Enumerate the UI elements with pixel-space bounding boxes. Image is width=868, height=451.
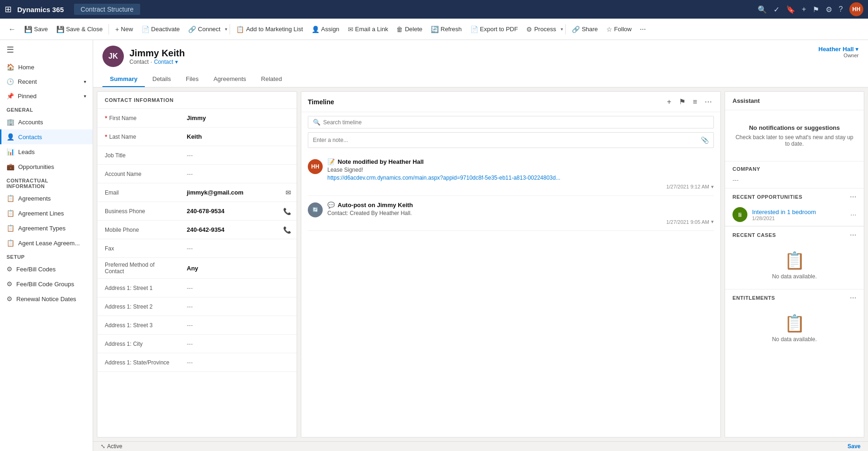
sidebar-item-pinned[interactable]: 📌 Pinned ▾ — [0, 89, 93, 103]
delete-button[interactable]: 🗑 Delete — [393, 24, 426, 35]
sidebar-item-fee-bill-code-groups[interactable]: ⚙ Fee/Bill Code Groups — [0, 276, 93, 291]
recent-icon: 🕒 — [7, 78, 14, 85]
follow-button[interactable]: ☆ Follow — [603, 24, 636, 35]
agreement-types-icon: 📋 — [7, 224, 14, 232]
job-title-value[interactable]: --- — [181, 148, 297, 162]
phone-action-icon[interactable]: 📞 — [283, 208, 291, 215]
first-name-value[interactable]: Jimmy — [181, 111, 297, 125]
opportunity-more-icon[interactable]: ⋯ — [850, 211, 856, 218]
recent-cases-more[interactable]: ⋯ — [850, 231, 856, 239]
address1-city-value[interactable]: --- — [181, 337, 297, 351]
tab-summary[interactable]: Summary — [102, 72, 145, 87]
address1-state-value[interactable]: --- — [181, 355, 297, 370]
add-marketing-button[interactable]: 📋 Add to Marketing List — [232, 24, 306, 35]
last-name-value[interactable]: Keith — [181, 129, 297, 144]
business-phone-label: Business Phone — [97, 204, 181, 218]
sidebar-item-recent[interactable]: 🕒 Recent ▾ — [0, 74, 93, 89]
email-value[interactable]: jimmyk@gmail.com ✉ — [181, 185, 297, 200]
address1-street1-value[interactable]: --- — [181, 281, 297, 295]
connect-icon: 🔗 — [188, 26, 196, 33]
record-type-chevron[interactable]: ▾ — [175, 59, 178, 65]
tab-details[interactable]: Details — [145, 72, 178, 87]
entry-link-1[interactable]: https://d6acdev.crm.dynamics.com/main.as… — [327, 174, 714, 182]
sidebar-item-renewal-notice[interactable]: ⚙ Renewal Notice Dates — [0, 291, 93, 306]
add-icon[interactable]: + — [802, 5, 806, 13]
email-action-icon[interactable]: ✉ — [285, 189, 291, 196]
more-button[interactable]: ⋯ — [636, 24, 650, 34]
bookmark-icon[interactable]: 🔖 — [786, 5, 795, 14]
email-link-icon: ✉ — [348, 26, 353, 33]
checkmark-icon[interactable]: ✓ — [773, 5, 780, 14]
timeline-filter-button[interactable]: ⚑ — [677, 96, 687, 107]
owner-chevron[interactable]: ▾ — [855, 46, 859, 53]
tab-related[interactable]: Related — [254, 72, 290, 87]
timeline-search-input[interactable] — [323, 119, 709, 126]
hamburger-icon[interactable]: ☰ — [0, 40, 93, 60]
expand-icon[interactable]: ⤡ — [101, 443, 105, 450]
sidebar-item-agreement-types[interactable]: 📋 Agreement Types — [0, 221, 93, 236]
search-icon[interactable]: 🔍 — [758, 5, 767, 14]
sidebar-item-contacts[interactable]: 👤 Contacts — [0, 129, 93, 144]
top-nav-right: 🔍 ✓ 🔖 + ⚑ ⚙ ? HH — [758, 2, 863, 16]
new-button[interactable]: + New — [111, 24, 136, 35]
filter-icon[interactable]: ⚑ — [813, 5, 819, 14]
grid-icon[interactable]: ⊞ — [5, 4, 12, 14]
mobile-action-icon[interactable]: 📞 — [283, 226, 291, 234]
help-icon[interactable]: ? — [839, 5, 843, 13]
address1-street2-value[interactable]: --- — [181, 299, 297, 314]
sidebar-item-accounts[interactable]: 🏢 Accounts — [0, 114, 93, 129]
timeline-more-button[interactable]: ⋯ — [703, 96, 714, 107]
assign-button[interactable]: 👤 Assign — [308, 24, 343, 35]
entry-time-2: 1/27/2021 9:05 AM ▾ — [327, 219, 714, 225]
sidebar-item-home[interactable]: 🏠 Home — [0, 60, 93, 74]
process-button[interactable]: ⚙ Process — [522, 24, 560, 35]
refresh-button[interactable]: 🔄 Refresh — [427, 24, 466, 35]
entitlements-more[interactable]: ⋯ — [850, 294, 856, 302]
chevron-expand-icon-2[interactable]: ▾ — [711, 219, 714, 225]
export-pdf-button[interactable]: 📄 Export to PDF — [467, 24, 522, 35]
share-button[interactable]: 🔗 Share — [568, 24, 602, 35]
timeline-search-bar: 🔍 — [308, 116, 714, 128]
sidebar-item-opportunities[interactable]: 💼 Opportunities — [0, 159, 93, 174]
back-button[interactable]: ← — [5, 23, 20, 35]
sidebar-item-agreement-lines[interactable]: 📋 Agreement Lines — [0, 206, 93, 221]
status-bar-save[interactable]: Save — [848, 443, 861, 450]
timeline-list-button[interactable]: ≡ — [691, 97, 699, 107]
record-header-top: JK Jimmy Keith Contact · Contact ▾ Heath… — [102, 46, 859, 67]
leads-icon: 📊 — [7, 148, 14, 155]
sidebar-item-fee-bill-codes[interactable]: ⚙ Fee/Bill Codes — [0, 262, 93, 276]
record-subtitle: Contact · Contact ▾ — [129, 59, 185, 65]
owner-link[interactable]: Heather Hall — [819, 46, 854, 53]
recent-opportunities-more[interactable]: ⋯ — [850, 193, 856, 201]
timeline-add-button[interactable]: + — [665, 97, 673, 107]
deactivate-button[interactable]: 📄 Deactivate — [138, 24, 183, 35]
sidebar-item-leads[interactable]: 📊 Leads — [0, 144, 93, 159]
sidebar-item-agent-lease[interactable]: 📋 Agent Lease Agreem... — [0, 236, 93, 250]
save-button[interactable]: 💾 Save — [20, 24, 52, 35]
account-name-value[interactable]: --- — [181, 167, 297, 181]
connect-button[interactable]: 🔗 Connect — [184, 24, 224, 35]
note-input[interactable] — [313, 137, 701, 143]
tab-files[interactable]: Files — [178, 72, 206, 87]
record-type-link[interactable]: Contact — [154, 59, 173, 65]
address1-street3-value[interactable]: --- — [181, 318, 297, 332]
chevron-expand-icon[interactable]: ▾ — [711, 184, 714, 190]
tab-agreements[interactable]: Agreements — [206, 72, 253, 87]
user-avatar[interactable]: HH — [849, 2, 863, 16]
save-close-button[interactable]: 💾 Save & Close — [53, 24, 107, 35]
business-phone-value[interactable]: 240-678-9534 📞 — [181, 204, 297, 219]
settings-icon[interactable]: ⚙ — [826, 5, 832, 14]
connect-dropdown-arrow[interactable]: ▾ — [225, 27, 227, 32]
fax-value[interactable]: --- — [181, 241, 297, 256]
opportunity-name[interactable]: Interested in 1 bedroom — [752, 209, 846, 215]
sidebar-item-accounts-label: Accounts — [18, 119, 43, 126]
attach-icon[interactable]: 📎 — [701, 136, 709, 144]
process-dropdown-arrow[interactable]: ▾ — [561, 27, 563, 32]
mobile-phone-value[interactable]: 240-642-9354 📞 — [181, 222, 297, 237]
field-preferred-contact: Preferred Method of Contact Any — [97, 258, 297, 279]
field-first-name: * First Name Jimmy — [97, 109, 297, 128]
email-link-button[interactable]: ✉ Email a Link — [344, 24, 392, 35]
sidebar-item-agreements[interactable]: 📋 Agreements — [0, 191, 93, 206]
preferred-contact-value[interactable]: Any — [181, 261, 297, 276]
accounts-icon: 🏢 — [7, 118, 14, 126]
